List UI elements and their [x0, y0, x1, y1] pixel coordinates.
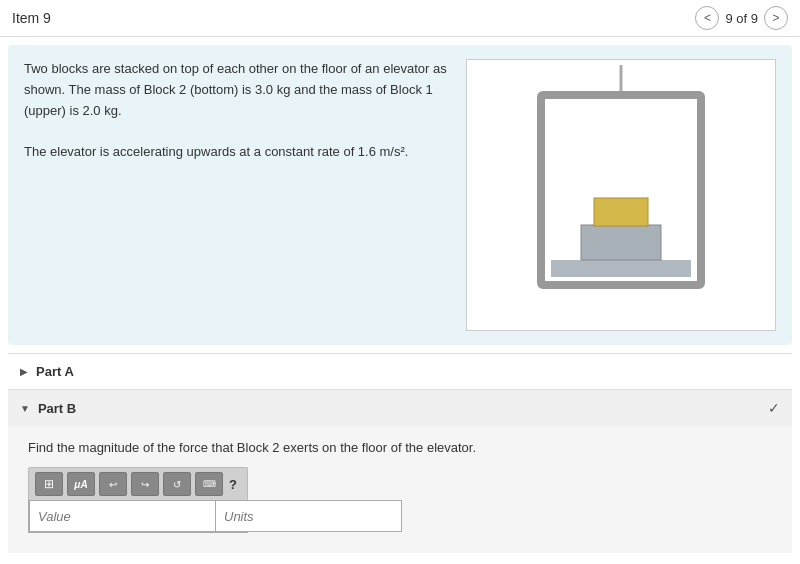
item-title: Item 9: [12, 10, 51, 26]
mu-button[interactable]: μA: [67, 472, 95, 496]
part-b-label: Part B: [38, 401, 76, 416]
answer-inputs-container: [28, 500, 248, 533]
undo-button[interactable]: ↩: [99, 472, 127, 496]
part-b-content: Find the magnitude of the force that Blo…: [8, 426, 792, 553]
elevator-illustration: [481, 65, 761, 325]
nav-count: 9 of 9: [725, 11, 758, 26]
part-b-question: Find the magnitude of the force that Blo…: [28, 440, 772, 455]
svg-rect-4: [581, 225, 661, 260]
header: Item 9 < 9 of 9 >: [0, 0, 800, 37]
keyboard-icon: ⌨: [203, 479, 216, 489]
nav-next-button[interactable]: >: [764, 6, 788, 30]
keyboard-button[interactable]: ⌨: [195, 472, 223, 496]
refresh-button[interactable]: ↺: [163, 472, 191, 496]
checkmark-icon: ✓: [768, 400, 780, 416]
part-b-section: ▼ Part B ✓ Find the magnitude of the for…: [8, 389, 792, 553]
value-input[interactable]: [29, 500, 215, 532]
undo-icon: ↩: [109, 479, 117, 490]
refresh-icon: ↺: [173, 479, 181, 490]
svg-rect-5: [594, 198, 648, 226]
question-text: Two blocks are stacked on top of each ot…: [24, 59, 450, 331]
answer-row: [29, 500, 249, 532]
question-line2: The elevator is accelerating upwards at …: [24, 144, 408, 159]
question-line1: Two blocks are stacked on top of each ot…: [24, 61, 447, 118]
units-input[interactable]: [215, 500, 402, 532]
part-a-section: ▶ Part A: [8, 353, 792, 389]
question-area: Two blocks are stacked on top of each ot…: [8, 45, 792, 345]
nav-prev-button[interactable]: <: [695, 6, 719, 30]
part-a-header[interactable]: ▶ Part A: [8, 354, 792, 389]
part-a-toggle-icon: ▶: [20, 366, 28, 377]
answer-toolbar: ⊞ μA ↩ ↪ ↺ ⌨ ?: [28, 467, 248, 500]
part-a-label: Part A: [36, 364, 74, 379]
parts-area: ▶ Part A ▼ Part B ✓ Find the magnitude o…: [8, 353, 792, 553]
matrix-button[interactable]: ⊞: [35, 472, 63, 496]
matrix-icon: ⊞: [44, 477, 54, 491]
svg-rect-3: [551, 260, 691, 277]
help-button[interactable]: ?: [229, 477, 237, 492]
part-b-toggle-icon: ▼: [20, 403, 30, 414]
redo-button[interactable]: ↪: [131, 472, 159, 496]
redo-icon: ↪: [141, 479, 149, 490]
mu-icon: μA: [74, 479, 87, 490]
part-b-header[interactable]: ▼ Part B ✓: [8, 390, 792, 426]
elevator-diagram: [466, 59, 776, 331]
nav-controls: < 9 of 9 >: [695, 6, 788, 30]
